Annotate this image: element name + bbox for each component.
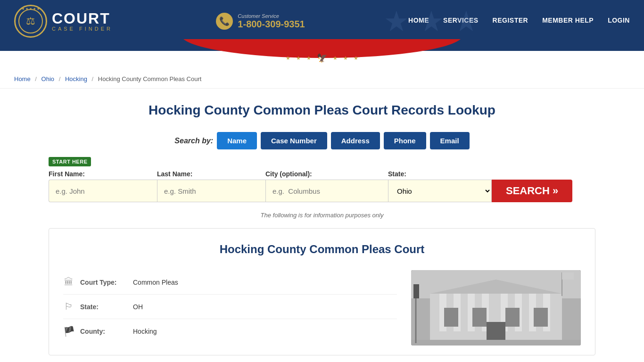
breadcrumb-sep-3: / <box>92 75 94 82</box>
city-group: City (optional): <box>265 170 388 202</box>
star-right-1: ★ <box>333 55 338 61</box>
logo-case-finder-label: CASE FINDER <box>52 26 113 32</box>
court-type-row: 🏛 Court Type: Common Pleas <box>63 270 397 295</box>
nav-login[interactable]: LOGIN <box>608 16 630 26</box>
state-row: 🏳 State: OH <box>63 295 397 319</box>
form-fields-row: First Name: Last Name: City (optional): … <box>49 170 595 202</box>
search-by-label: Search by: <box>174 137 213 145</box>
city-label: City (optional): <box>265 170 388 178</box>
court-type-label: Court Type: <box>80 279 127 286</box>
svg-rect-15 <box>505 308 520 327</box>
nav-member-help[interactable]: MEMBER HELP <box>542 16 594 26</box>
county-label: County: <box>80 328 127 335</box>
first-name-label: First Name: <box>49 170 157 178</box>
logo-area: ⚖ ★ ★ ★ ★ ★ COURT CASE FINDER <box>14 5 113 38</box>
svg-rect-13 <box>444 308 458 327</box>
state-icon: 🏳 <box>63 301 74 312</box>
bg-star-2: ★ <box>419 5 444 38</box>
tab-email[interactable]: Email <box>430 132 470 149</box>
last-name-label: Last Name: <box>157 170 265 178</box>
logo-circle: ⚖ ★ ★ ★ ★ ★ <box>14 5 47 38</box>
eagle-icon: 🦅 <box>317 53 327 63</box>
bg-stars: ★ ★ ★ <box>384 5 479 38</box>
logo-text: COURT CASE FINDER <box>52 11 113 32</box>
state-detail-label: State: <box>80 303 127 311</box>
court-details-layout: 🏛 Court Type: Common Pleas 🏳 State: OH 🏴… <box>63 270 581 346</box>
city-input[interactable] <box>265 180 388 202</box>
phone-area: 📞 Customer Service 1-800-309-9351 <box>216 13 305 30</box>
court-type-value: Common Pleas <box>133 279 178 286</box>
state-group: State: Ohio Alabama Alaska Arizona <box>388 170 492 202</box>
svg-rect-16 <box>534 308 548 327</box>
breadcrumb-current: Hocking County Common Pleas Court <box>98 75 202 82</box>
court-info-title: Hocking County Common Pleas Court <box>63 243 581 256</box>
court-type-icon: 🏛 <box>63 277 74 288</box>
courthouse-svg <box>411 270 581 346</box>
breadcrumb-ohio[interactable]: Ohio <box>41 75 54 82</box>
last-name-input[interactable] <box>157 180 265 202</box>
phone-icon: 📞 <box>216 13 233 30</box>
county-icon: 🏴 <box>63 326 74 337</box>
tab-phone[interactable]: Phone <box>384 132 426 149</box>
tab-name[interactable]: Name <box>217 132 257 149</box>
courthouse-illustration <box>411 270 581 346</box>
eagle-stars-row: ★ ★ ★ 🦅 ★ ★ ★ <box>286 53 358 63</box>
svg-rect-22 <box>413 284 419 298</box>
star-left-2: ★ <box>296 55 301 61</box>
search-by-row: Search by: Name Case Number Address Phon… <box>49 132 595 149</box>
tab-case-number[interactable]: Case Number <box>261 132 327 149</box>
breadcrumb-sep-1: / <box>35 75 37 82</box>
main-content: Hocking County Common Pleas Court Record… <box>39 89 605 362</box>
first-name-group: First Name: <box>49 170 157 202</box>
bg-star-1: ★ <box>384 5 409 38</box>
courthouse-image <box>411 270 581 346</box>
search-form-area: START HERE First Name: Last Name: City (… <box>49 157 595 202</box>
customer-service-label: Customer Service <box>238 13 305 19</box>
county-row: 🏴 County: Hocking <box>63 319 397 344</box>
phone-number: 1-800-309-9351 <box>238 19 305 30</box>
hero-band: ★ ★ ★ 🦅 ★ ★ ★ <box>0 42 644 51</box>
state-detail-value: OH <box>133 303 143 311</box>
star-right-2: ★ <box>343 55 348 61</box>
star-left-1: ★ <box>286 55 290 61</box>
breadcrumb-hocking[interactable]: Hocking <box>65 75 87 82</box>
logo-stars: ★ ★ ★ ★ ★ <box>22 7 40 11</box>
svg-rect-20 <box>562 272 574 280</box>
tab-address[interactable]: Address <box>331 132 380 149</box>
start-here-badge: START HERE <box>49 157 91 166</box>
breadcrumb: Home / Ohio / Hocking / Hocking County C… <box>0 70 644 89</box>
nav-register[interactable]: REGISTER <box>493 16 528 26</box>
star-right-3: ★ <box>354 55 358 61</box>
bg-star-3: ★ <box>454 5 479 38</box>
svg-rect-18 <box>411 340 581 346</box>
last-name-group: Last Name: <box>157 170 265 202</box>
state-select[interactable]: Ohio Alabama Alaska Arizona <box>388 180 492 202</box>
court-details-left: 🏛 Court Type: Common Pleas 🏳 State: OH 🏴… <box>63 270 397 346</box>
logo-inner-icon: ⚖ <box>18 9 43 33</box>
svg-rect-14 <box>472 308 487 327</box>
logo-court-label: COURT <box>52 11 113 26</box>
first-name-input[interactable] <box>49 180 157 202</box>
page-title: Hocking County Common Pleas Court Record… <box>49 103 595 118</box>
court-info-box: Hocking County Common Pleas Court 🏛 Cour… <box>49 228 595 355</box>
star-left-3: ★ <box>306 55 311 61</box>
state-label: State: <box>388 170 492 178</box>
phone-text: Customer Service 1-800-309-9351 <box>238 13 305 30</box>
breadcrumb-home[interactable]: Home <box>14 75 31 82</box>
search-button[interactable]: SEARCH » <box>492 180 572 202</box>
search-button-label: SEARCH » <box>506 185 558 197</box>
site-header: ★ ★ ★ ⚖ ★ ★ ★ ★ ★ COURT CASE FINDER 📞 Cu… <box>0 0 644 42</box>
breadcrumb-sep-2: / <box>59 75 61 82</box>
county-value: Hocking <box>133 328 157 335</box>
info-note: The following is for information purpose… <box>49 212 595 219</box>
eagle-container: ★ ★ ★ 🦅 ★ ★ ★ <box>286 53 358 63</box>
